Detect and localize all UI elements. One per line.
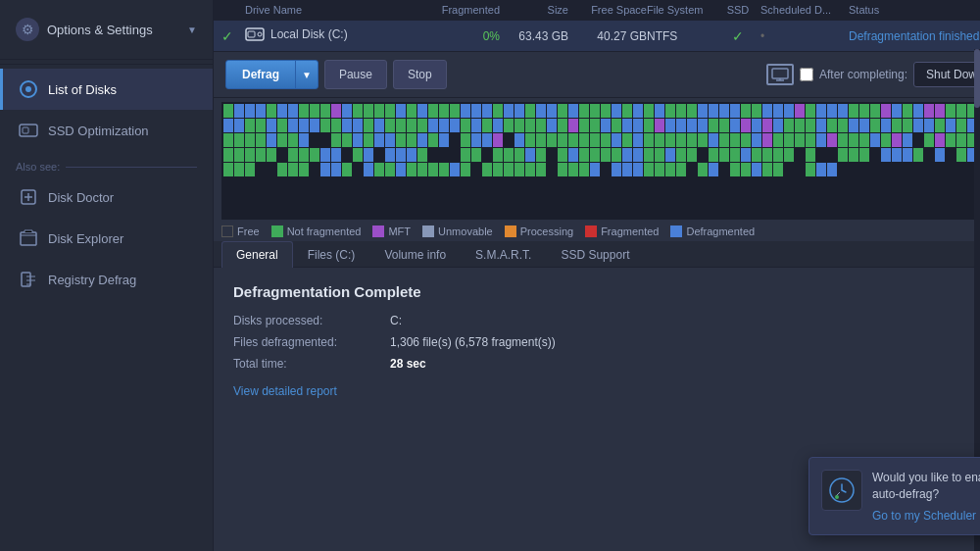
popup-text: Would you like to enable auto-defrag? Go… <box>872 470 980 523</box>
main-panel: Drive Name Fragmented Size Free Space Fi… <box>214 0 980 551</box>
col-ssd-header: SSD <box>715 4 760 16</box>
stop-button[interactable]: Stop <box>393 60 447 89</box>
chevron-down-icon: ▼ <box>187 25 197 35</box>
legend-processing: Processing <box>505 225 573 237</box>
legend-unmovable: Unmovable <box>422 225 493 237</box>
total-time-value: 28 sec <box>390 357 980 371</box>
registry-defrag-icon <box>19 270 38 289</box>
legend-defragmented: Defragmented <box>670 225 755 237</box>
col-size-header: Size <box>500 4 568 16</box>
legend-defragmented-label: Defragmented <box>686 225 755 237</box>
scheduler-icon <box>828 476 856 504</box>
disk-explorer-label: Disk Explorer <box>48 231 123 246</box>
drive-row-c[interactable]: ✓ Local Disk (C:) 0% 63.43 GB 40.27 GB N… <box>214 21 980 51</box>
fragmented-color <box>585 225 597 237</box>
auto-defrag-popup: Would you like to enable auto-defrag? Go… <box>808 457 980 535</box>
sidebar: ⚙ Options & Settings ▼ List of Disks SSD… <box>0 0 214 551</box>
tab-files[interactable]: Files (C:) <box>293 241 370 268</box>
also-see-label: Also see: <box>0 151 213 176</box>
svg-rect-10 <box>248 31 255 37</box>
svg-point-1 <box>25 86 31 92</box>
hdd-icon <box>245 26 265 42</box>
popup-question: Would you like to enable auto-defrag? <box>872 470 980 503</box>
registry-defrag-label: Registry Defrag <box>48 273 136 287</box>
options-settings-label: Options & Settings <box>47 23 179 37</box>
sidebar-item-disk-explorer[interactable]: Disk Explorer <box>0 218 213 259</box>
mft-color <box>372 225 384 237</box>
drive-filesystem-cell: NTFS <box>647 29 715 43</box>
ssd-optimization-label: SSD Optimization <box>48 124 149 138</box>
drive-fragmented-cell: 0% <box>421 29 500 43</box>
legend-free-label: Free <box>237 225 260 237</box>
sidebar-item-disk-doctor[interactable]: Disk Doctor <box>0 176 213 218</box>
content-title: Defragmentation Complete <box>233 283 980 300</box>
svg-point-11 <box>258 32 262 36</box>
sidebar-scrollbar-thumb[interactable] <box>974 49 980 108</box>
unmovable-color <box>422 225 434 237</box>
go-to-scheduler-link[interactable]: Go to my Scheduler <box>872 509 976 523</box>
drive-scheduled-cell: • <box>760 29 849 43</box>
sidebar-item-ssd-optimization[interactable]: SSD Optimization <box>0 110 213 151</box>
after-completing-select[interactable]: Shut Down PC <box>913 62 980 87</box>
sidebar-item-registry-defrag[interactable]: Registry Defrag <box>0 259 213 300</box>
col-scheduled-header: Scheduled D... <box>760 4 849 16</box>
pause-button[interactable]: Pause <box>324 60 387 89</box>
col-freespace-header: Free Space <box>568 4 647 16</box>
drive-freespace-cell: 40.27 GB <box>568 29 647 43</box>
legend-not-fragmented-label: Not fragmented <box>287 225 362 237</box>
view-report-link[interactable]: View detailed report <box>233 384 337 398</box>
legend: Free Not fragmented MFT Unmovable Proces… <box>214 222 980 241</box>
sidebar-item-list-of-disks[interactable]: List of Disks <box>0 69 213 110</box>
col-check-header <box>221 4 245 16</box>
disk-doctor-label: Disk Doctor <box>48 190 114 205</box>
legend-not-fragmented: Not fragmented <box>271 225 362 237</box>
not-fragmented-color <box>271 225 283 237</box>
after-completing-checkbox[interactable] <box>800 68 813 81</box>
after-completing-area: After completing: Shut Down PC <box>766 62 980 87</box>
col-fragmented-header: Fragmented <box>421 4 500 16</box>
disk-explorer-icon <box>19 228 38 248</box>
tab-volume-info[interactable]: Volume info <box>369 241 461 268</box>
defrag-label[interactable]: Defrag <box>226 61 296 88</box>
ssd-icon <box>19 121 38 140</box>
legend-fragmented-label: Fragmented <box>601 225 659 237</box>
legend-mft: MFT <box>372 225 411 237</box>
defrag-button[interactable]: Defrag ▼ <box>225 60 318 89</box>
content-area: Defragmentation Complete Disks processed… <box>214 268 980 551</box>
tab-ssd-support[interactable]: SSD Support <box>546 241 644 268</box>
drive-name-cell: Local Disk (C:) <box>245 26 421 45</box>
disks-processed-label: Disks processed: <box>233 314 390 327</box>
col-filesystem-header: File System <box>647 4 715 16</box>
tab-general[interactable]: General <box>221 241 293 268</box>
svg-point-14 <box>835 495 839 499</box>
legend-fragmented: Fragmented <box>585 225 659 237</box>
list-disks-icon <box>19 79 38 99</box>
legend-unmovable-label: Unmovable <box>438 225 493 237</box>
viz-container <box>214 98 980 222</box>
scheduler-icon-box <box>821 470 862 511</box>
defragmented-color <box>670 225 682 237</box>
sidebar-divider-top <box>0 64 213 65</box>
col-drive-name-header: Drive Name <box>245 4 421 16</box>
drive-size-cell: 63.43 GB <box>500 29 568 43</box>
defrag-visualization <box>221 102 980 220</box>
drive-checked-icon: ✓ <box>221 28 245 44</box>
legend-free: Free <box>221 225 260 237</box>
disk-doctor-icon <box>19 187 38 207</box>
legend-mft-label: MFT <box>388 225 411 237</box>
svg-rect-7 <box>21 232 36 245</box>
tab-smart[interactable]: S.M.A.R.T. <box>461 241 546 268</box>
drive-table: Drive Name Fragmented Size Free Space Fi… <box>214 0 980 52</box>
drive-status-cell: Defragmentation finished <box>849 29 980 43</box>
tabs-bar: General Files (C:) Volume info S.M.A.R.T… <box>214 241 980 268</box>
free-color <box>221 225 233 237</box>
settings-icon: ⚙ <box>16 18 39 41</box>
defrag-dropdown-arrow[interactable]: ▼ <box>296 61 318 88</box>
drive-ssd-cell: ✓ <box>715 28 760 44</box>
drive-table-header: Drive Name Fragmented Size Free Space Fi… <box>214 0 980 21</box>
info-grid: Disks processed: C: Files defragmented: … <box>233 314 980 371</box>
list-of-disks-label: List of Disks <box>48 82 117 97</box>
monitor-icon <box>766 64 794 85</box>
options-settings-header[interactable]: ⚙ Options & Settings ▼ <box>0 0 213 60</box>
toolbar: Defrag ▼ Pause Stop After completing: Sh… <box>214 52 980 98</box>
